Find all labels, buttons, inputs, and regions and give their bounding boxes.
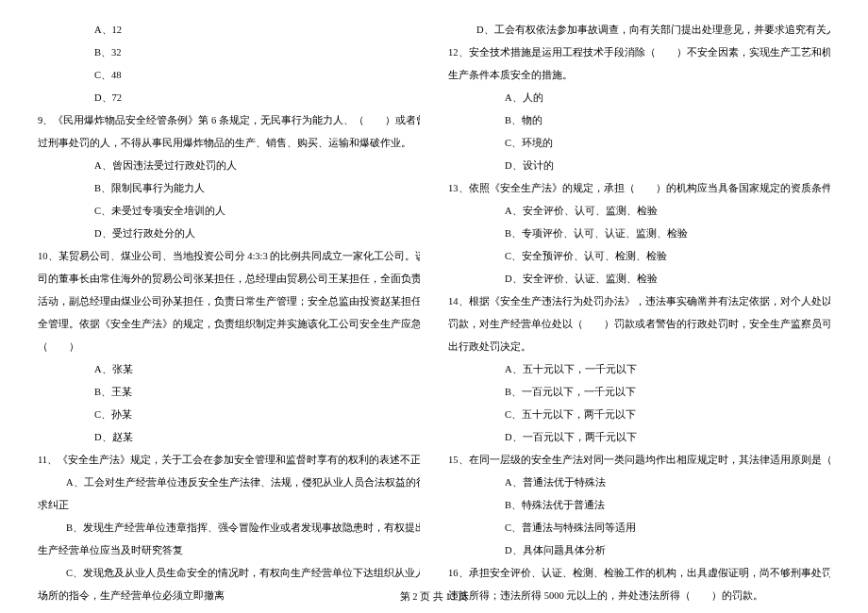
option-item: D、受过行政处分的人 <box>38 223 420 245</box>
option-item: B、32 <box>38 41 420 64</box>
option-item: B、专项评价、认可、认证、监测、检验 <box>448 223 830 245</box>
option-item: D、赵某 <box>38 426 420 449</box>
option-item: A、安全评价、认可、监测、检验 <box>448 200 830 223</box>
question-text: 13、依照《安全生产法》的规定，承担（ ）的机构应当具备国家规定的资质条件。 <box>448 177 830 200</box>
question-text: 活动，副总经理由煤业公司孙某担任，负责日常生产管理；安全总监由投资赵某担任，负责… <box>38 290 420 313</box>
option-item: B、物的 <box>448 109 830 132</box>
option-item: D、72 <box>38 87 420 109</box>
option-item: C、五十元以下，两千元以下 <box>448 404 830 426</box>
question-text: 过刑事处罚的人，不得从事民用爆炸物品的生产、销售、购买、运输和爆破作业。 <box>38 132 420 155</box>
option-item: A、曾因违法受过行政处罚的人 <box>38 155 420 177</box>
question-text: 9、《民用爆炸物品安全经管条例》第 6 条规定，无民事行为能力人、（ ）或者曾因… <box>38 109 420 132</box>
option-item: B、限制民事行为能力人 <box>38 177 420 200</box>
left-column: A、12 B、32 C、48 D、72 9、《民用爆炸物品安全经管条例》第 6 … <box>24 19 434 585</box>
question-text: 司的董事长由常住海外的贸易公司张某担任，总经理由贸易公司王某担任，全面负责生产经… <box>38 268 420 290</box>
option-item: C、48 <box>38 64 420 87</box>
option-item: C、普通法与特殊法同等适用 <box>448 517 830 539</box>
option-item: A、12 <box>38 19 420 41</box>
option-item: A、工会对生产经营单位违反安全生产法律、法规，侵犯从业人员合法权益的行为，有权要 <box>38 472 420 494</box>
right-column: D、工会有权依法参加事故调查，向有关部门提出处理意见，并要求追究有关人员的责任 … <box>434 19 844 585</box>
question-text: 罚款，对生产经营单位处以（ ）罚款或者警告的行政处罚时，安全生产监察员可以当场作 <box>448 313 830 336</box>
option-item: B、一百元以下，一千元以下 <box>448 381 830 404</box>
option-item: A、普通法优于特殊法 <box>448 472 830 494</box>
question-text: 10、某贸易公司、煤业公司、当地投资公司分 4:3:3 的比例共同成立一家化工公… <box>38 245 420 268</box>
option-item: A、五十元以下，一千元以下 <box>448 358 830 381</box>
question-text: 全管理。依据《安全生产法》的规定，负责组织制定并实施该化工公司安全生产应急预案的… <box>38 313 420 336</box>
option-item: C、未受过专项安全培训的人 <box>38 200 420 223</box>
option-item: D、一百元以下，两千元以下 <box>448 426 830 449</box>
option-item: D、安全评价、认证、监测、检验 <box>448 268 830 290</box>
option-item: C、安全预评价、认可、检测、检验 <box>448 245 830 268</box>
option-item: C、发现危及从业人员生命安全的情况时，有权向生产经营单位下达组织从业人员撤离危险 <box>38 562 420 585</box>
option-item: A、人的 <box>448 87 830 109</box>
question-text: 生产经营单位应当及时研究答复 <box>38 539 420 562</box>
option-item: C、环境的 <box>448 132 830 155</box>
question-text: 14、根据《安全生产违法行为处罚办法》，违法事实确凿并有法定依据，对个人处以（ … <box>448 290 830 313</box>
option-item: B、发现生产经营单位违章指挥、强令冒险作业或者发现事故隐患时，有权提出解决的建议… <box>38 517 420 539</box>
question-text: 11、《安全生产法》规定，关于工会在参加安全管理和监督时享有的权利的表述不正确的… <box>38 449 420 472</box>
question-text: 求纠正 <box>38 494 420 517</box>
question-text: 12、安全技术措施是运用工程技术手段消除（ ）不安全因素，实现生产工艺和机械设备… <box>448 41 830 64</box>
option-item: B、特殊法优于普通法 <box>448 494 830 517</box>
question-text: 16、承担安全评价、认证、检测、检验工作的机构，出具虚假证明，尚不够刑事处罚的，… <box>448 562 830 585</box>
question-text: （ ） <box>38 336 420 358</box>
question-text: 生产条件本质安全的措施。 <box>448 64 830 87</box>
option-item: D、设计的 <box>448 155 830 177</box>
option-item: A、张某 <box>38 358 420 381</box>
option-item: B、王某 <box>38 381 420 404</box>
option-item: D、工会有权依法参加事故调查，向有关部门提出处理意见，并要求追究有关人员的责任 <box>448 19 830 41</box>
option-item: C、孙某 <box>38 404 420 426</box>
question-text: 15、在同一层级的安全生产法对同一类问题均作出相应规定时，其法律适用原则是（ ） <box>448 449 830 472</box>
question-text: 出行政处罚决定。 <box>448 336 830 358</box>
option-item: D、具体问题具体分析 <box>448 539 830 562</box>
page-footer: 第 2 页 共 13 页 <box>0 590 868 604</box>
